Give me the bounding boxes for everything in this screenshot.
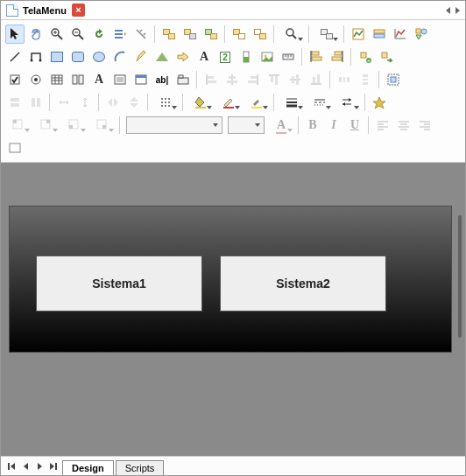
tab-tool[interactable]	[173, 70, 193, 89]
arc-tool[interactable]	[110, 47, 130, 66]
frame-tool[interactable]	[5, 138, 25, 158]
arrow-style-dropdown[interactable]	[335, 93, 361, 112]
anchor-br-dropdown[interactable]	[89, 116, 116, 135]
align-group-icon[interactable]	[307, 47, 326, 66]
distribute-h-button[interactable]	[335, 70, 354, 89]
align-group2-icon[interactable]	[328, 47, 347, 66]
align-right-button[interactable]	[244, 70, 263, 89]
ellipse-tool[interactable]	[89, 47, 109, 66]
chart-stack-icon[interactable]	[370, 24, 389, 44]
nav-prev-button[interactable]	[19, 460, 32, 472]
display-tool[interactable]: 2	[215, 47, 235, 66]
align-left-button[interactable]	[201, 70, 221, 89]
chart-line-icon[interactable]	[391, 24, 410, 44]
effects-button[interactable]	[370, 93, 389, 112]
ruler-tool[interactable]	[279, 47, 298, 66]
space-h-button[interactable]	[54, 93, 74, 112]
polygon-tool[interactable]	[152, 47, 172, 66]
text-align-right-button[interactable]	[415, 116, 434, 135]
list-tool[interactable]	[110, 70, 130, 89]
nav-last-button[interactable]	[47, 460, 60, 472]
anchor-tl-dropdown[interactable]	[5, 116, 32, 135]
highlight-dropdown[interactable]	[244, 93, 270, 112]
group-button[interactable]	[159, 24, 179, 44]
close-tab-button[interactable]: ×	[72, 4, 85, 17]
grid-tool[interactable]	[47, 70, 67, 89]
align-center-h-button[interactable]	[222, 70, 242, 89]
rounded-rect-tool[interactable]	[68, 47, 88, 66]
svg-line-5	[79, 35, 83, 39]
screen-telamenu[interactable]: Sistema1 Sistema2	[10, 206, 451, 352]
align-bottom-button[interactable]	[307, 70, 326, 89]
pan-tool[interactable]	[26, 24, 46, 44]
arrow-tool[interactable]	[173, 47, 193, 66]
bring-front-button[interactable]	[229, 24, 249, 44]
line-weight-dropdown[interactable]	[279, 93, 305, 112]
vertical-scrollbar[interactable]	[458, 215, 462, 338]
splitter-tool[interactable]	[68, 70, 88, 89]
distribute-v-button[interactable]	[356, 70, 375, 89]
grid-dropdown[interactable]	[152, 93, 179, 112]
zoom-out-tool[interactable]	[68, 24, 88, 44]
same-height-button[interactable]	[26, 93, 46, 112]
svg-rect-64	[248, 80, 257, 83]
svg-rect-79	[363, 82, 368, 85]
select-all-button[interactable]	[384, 70, 403, 89]
pointer-tool[interactable]	[5, 24, 25, 44]
font-size-combo[interactable]	[228, 116, 265, 134]
eraser-tool[interactable]	[131, 24, 151, 44]
window-tool[interactable]	[131, 70, 151, 89]
font-a-tool[interactable]: A	[89, 70, 109, 89]
copy-dropdown[interactable]	[314, 24, 340, 44]
align-top-button[interactable]	[265, 70, 284, 89]
fill-color-dropdown[interactable]	[187, 93, 214, 112]
line-tool[interactable]	[5, 47, 25, 66]
link-add-icon[interactable]: +	[356, 47, 375, 66]
text-align-center-button[interactable]	[394, 116, 413, 135]
bar-gauge-tool[interactable]	[237, 47, 256, 66]
label-edit-tool[interactable]: ab|	[152, 70, 172, 89]
svg-rect-54	[178, 78, 188, 84]
shapes-palette-icon[interactable]	[412, 24, 431, 44]
button-sistema1[interactable]: Sistema1	[36, 256, 202, 312]
refresh-button[interactable]	[89, 24, 109, 44]
pencil-tool[interactable]	[131, 47, 151, 66]
underline-button[interactable]: U	[345, 116, 364, 135]
chart-area-icon[interactable]	[349, 24, 368, 44]
text-tool[interactable]: A	[194, 47, 214, 66]
italic-button[interactable]: I	[324, 116, 343, 135]
tab-scripts[interactable]: Scripts	[116, 460, 165, 475]
link-go-icon[interactable]	[377, 47, 396, 66]
space-v-button[interactable]	[75, 93, 95, 112]
prev-tab-button[interactable]	[446, 7, 450, 14]
ungroup-button[interactable]	[180, 24, 200, 44]
next-tab-button[interactable]	[455, 7, 460, 14]
zoom-in-tool[interactable]	[47, 24, 67, 44]
anchor-tr-dropdown[interactable]	[33, 116, 60, 135]
flip-v-button[interactable]	[124, 93, 144, 112]
nav-next-button[interactable]	[33, 460, 46, 472]
align-middle-v-button[interactable]	[286, 70, 305, 89]
radio-tool[interactable]	[26, 70, 46, 89]
same-width-button[interactable]	[5, 93, 25, 112]
button-sistema2[interactable]: Sistema2	[220, 256, 386, 312]
rect-tool[interactable]	[47, 47, 67, 66]
bold-button[interactable]: B	[303, 116, 322, 135]
nav-first-button[interactable]	[5, 460, 18, 472]
line-style-dropdown[interactable]	[307, 93, 333, 112]
regroup-button[interactable]	[201, 24, 221, 44]
image-tool[interactable]	[258, 47, 277, 66]
font-family-combo[interactable]	[126, 116, 222, 134]
design-canvas-viewport[interactable]: Sistema1 Sistema2	[1, 163, 465, 456]
anchor-bl-dropdown[interactable]	[61, 116, 88, 135]
font-color-dropdown[interactable]: A	[268, 116, 294, 135]
text-align-left-button[interactable]	[373, 116, 392, 135]
flip-h-button[interactable]	[103, 93, 123, 112]
send-back-button[interactable]	[251, 24, 270, 44]
tab-design[interactable]: Design	[62, 460, 114, 475]
line-color-dropdown[interactable]	[215, 93, 242, 112]
zoom-dropdown[interactable]	[279, 24, 305, 44]
layers-button[interactable]	[110, 24, 130, 44]
connector-tool[interactable]	[26, 47, 46, 66]
checkbox-tool[interactable]	[5, 70, 25, 89]
